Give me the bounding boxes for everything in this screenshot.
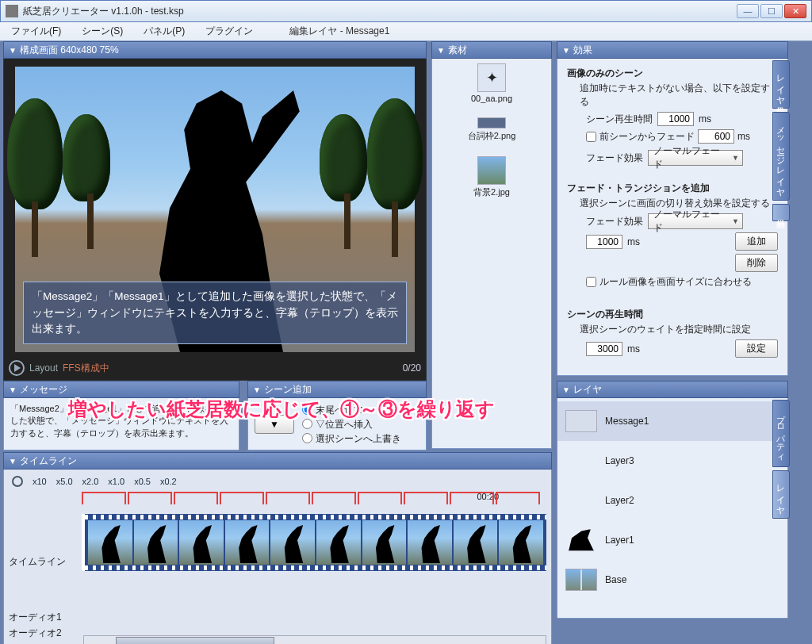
- layer-thumb: [565, 569, 597, 591]
- materials-header[interactable]: ▼素材: [431, 41, 552, 59]
- scene-add-option-append[interactable]: 末尾へ追加: [302, 403, 401, 417]
- message-header[interactable]: ▼メッセージ: [3, 381, 239, 398]
- timeline-frame[interactable]: [316, 520, 361, 565]
- layer-row-layer3[interactable]: Layer3: [557, 441, 787, 481]
- layers-panel: ▼レイヤ Message1 Layer3 Layer2 Layer1 Base …: [557, 381, 788, 619]
- layer-thumb: [565, 529, 597, 551]
- materials-panel: ▼素材 ✦ 00_aa.png 台詞枠2.png 背景2.jpg: [431, 41, 552, 449]
- close-button[interactable]: ✕: [784, 4, 806, 18]
- layer-row-layer1[interactable]: Layer1: [557, 520, 787, 560]
- loop-icon[interactable]: [12, 476, 23, 487]
- material-item[interactable]: 台詞枠2.png: [435, 117, 548, 142]
- preview-status-bar: Layout FFS構成中 0/20: [9, 359, 421, 377]
- tree-graphic: [367, 98, 423, 209]
- preview-panel: ▼構成画面 640x480 75% 「Message2」「Message1」とし…: [3, 41, 427, 381]
- zoom-x10[interactable]: x10: [33, 477, 47, 486]
- zoom-x5[interactable]: x5.0: [56, 477, 73, 486]
- side-tab-effects[interactable]: 効果: [772, 204, 790, 221]
- section-image-only: 画像のみのシーン: [567, 67, 778, 80]
- transition-delete-button[interactable]: 削除: [735, 254, 778, 272]
- menu-scene[interactable]: シーン(S): [77, 23, 128, 40]
- material-name: 00_aa.png: [471, 94, 512, 103]
- effects-header[interactable]: ▼効果: [557, 41, 788, 59]
- preview-area[interactable]: 「Message2」「Message1」として追加した画像を選択した状態で、「メ…: [3, 59, 427, 381]
- timeline-frame[interactable]: [225, 520, 270, 565]
- scene-add-options: 末尾へ追加 ▽位置へ挿入 選択シーンへ上書き: [302, 403, 401, 446]
- timeline-frame[interactable]: [408, 520, 452, 565]
- layer-thumb: [565, 410, 597, 432]
- timeline-frame[interactable]: [362, 520, 407, 565]
- collapse-icon: ▼: [437, 46, 445, 55]
- scene-add-dropdown-button[interactable]: ▼: [255, 415, 294, 434]
- side-tab-property[interactable]: プロパティ: [772, 400, 790, 467]
- transition-effect-combo[interactable]: ノーマルフェード: [648, 213, 743, 229]
- tree-graphic: [63, 114, 110, 201]
- layers-side-tabs: プロパティ レイヤ: [772, 400, 790, 519]
- tree-graphic: [7, 98, 63, 209]
- transition-add-button[interactable]: 追加: [735, 232, 778, 251]
- zoom-row: x10 x5.0 x2.0 x1.0 x0.5 x0.2: [9, 473, 546, 490]
- wait-set-button[interactable]: 設定: [735, 339, 778, 358]
- wait-time-input[interactable]: [586, 342, 622, 356]
- ffs-label: FFS構成中: [63, 362, 109, 375]
- scene-add-option-insert[interactable]: ▽位置へ挿入: [302, 417, 401, 431]
- app-icon: [6, 5, 18, 17]
- transition-time-input[interactable]: [586, 235, 622, 249]
- timeline-ruler[interactable]: 00:20: [82, 492, 546, 514]
- material-item[interactable]: 背景2.jpg: [435, 156, 548, 198]
- timeline-frame[interactable]: [270, 520, 315, 565]
- timeline-header[interactable]: ▼タイムライン: [3, 452, 552, 470]
- message-panel: ▼メッセージ 「Message2」「Message1」として追加した画像を選択し…: [3, 381, 239, 450]
- effects-side-tabs: レイヤ編集 メッセージレイヤ 効果: [772, 60, 790, 221]
- scene-play-input[interactable]: [657, 112, 694, 126]
- scene-add-panel: ▼シーン追加 ▼ 末尾へ追加 ▽位置へ挿入 選択シーンへ上書き: [247, 381, 427, 450]
- layers-header[interactable]: ▼レイヤ: [557, 381, 788, 398]
- section-scene-duration-desc: 選択シーンのウェイトを指定時間に設定: [580, 323, 778, 336]
- rule-image-checkbox[interactable]: [586, 277, 596, 287]
- menu-file[interactable]: ファイル(F): [6, 23, 66, 40]
- collapse-icon: ▼: [562, 46, 570, 55]
- material-name: 背景2.jpg: [473, 186, 510, 198]
- timeline-frame[interactable]: [499, 520, 543, 565]
- scene-counter: 0/20: [403, 362, 421, 374]
- track-label-audio2: オーディオ2: [9, 627, 62, 640]
- menu-plugin[interactable]: プラグイン: [201, 23, 258, 40]
- filmstrip[interactable]: [82, 514, 546, 571]
- collapse-icon: ▼: [9, 385, 17, 394]
- menu-panel[interactable]: パネル(P): [139, 23, 190, 40]
- preview-header[interactable]: ▼構成画面 640x480 75%: [3, 41, 427, 59]
- timeline-frame[interactable]: [454, 520, 498, 565]
- layer-row-base[interactable]: Base: [557, 560, 787, 600]
- side-tab-message-layer[interactable]: メッセージレイヤ: [772, 112, 790, 201]
- maximize-button[interactable]: ☐: [760, 4, 783, 18]
- layer-row-message1[interactable]: Message1: [557, 401, 787, 441]
- layer-row-layer2[interactable]: Layer2: [557, 481, 787, 520]
- scene-add-option-overwrite[interactable]: 選択シーンへ上書き: [302, 431, 401, 446]
- message-textarea[interactable]: 「Message2」「Message1」として追加した画像を選択した状態で、「メ…: [3, 398, 239, 450]
- timeline-frame[interactable]: [179, 520, 224, 565]
- prev-fade-input[interactable]: [698, 129, 734, 144]
- collapse-icon: ▼: [9, 46, 17, 55]
- timeline-frame[interactable]: [134, 520, 178, 565]
- scene-play-label: シーン再生時間: [586, 113, 653, 126]
- preview-scene: 「Message2」「Message1」として追加した画像を選択した状態で、「メ…: [15, 67, 415, 352]
- fade-effect-combo[interactable]: ノーマルフェード: [648, 150, 743, 166]
- prev-fade-checkbox[interactable]: [586, 132, 596, 142]
- rule-image-label: ルール画像を画面サイズに合わせる: [599, 275, 752, 289]
- timeline-scrollbar[interactable]: [83, 635, 546, 644]
- scrollbar-thumb[interactable]: [116, 637, 274, 644]
- material-thumb: [477, 156, 506, 185]
- material-name: 台詞枠2.png: [468, 130, 516, 142]
- side-tab-layer-edit[interactable]: レイヤ編集: [772, 60, 790, 109]
- zoom-x05[interactable]: x0.5: [134, 477, 151, 486]
- timeline-frame[interactable]: [88, 520, 132, 565]
- side-tab-layer[interactable]: レイヤ: [772, 470, 790, 519]
- play-icon[interactable]: [9, 360, 25, 376]
- zoom-x1[interactable]: x1.0: [108, 477, 124, 486]
- minimize-button[interactable]: —: [737, 4, 759, 18]
- scene-add-header[interactable]: ▼シーン追加: [247, 381, 427, 398]
- track-label-audio1: オーディオ1: [9, 611, 62, 624]
- zoom-x02[interactable]: x0.2: [160, 477, 177, 486]
- zoom-x2[interactable]: x2.0: [82, 477, 99, 486]
- material-item[interactable]: ✦ 00_aa.png: [435, 63, 548, 103]
